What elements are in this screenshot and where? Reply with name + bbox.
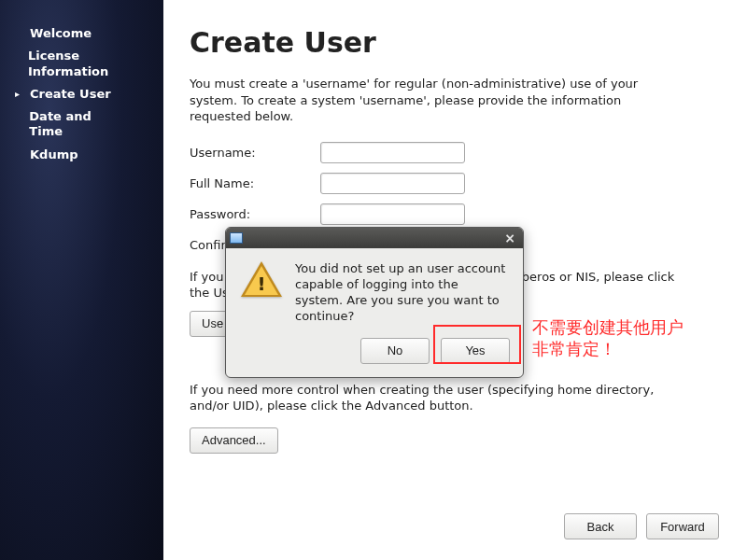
step-marker-active: ▸ — [15, 89, 26, 101]
row-password: Password: — [190, 203, 719, 225]
button-label: Advanced... — [202, 433, 266, 447]
sidebar-item-label: License Information — [28, 49, 142, 79]
annotation-line: 非常肯定！ — [532, 339, 684, 360]
button-label: No — [388, 343, 403, 357]
password-input[interactable] — [320, 203, 465, 225]
wizard-sidebar: Welcome License Information ▸ Create Use… — [0, 0, 163, 560]
nav-buttons: Back Forward — [564, 513, 719, 539]
sidebar-item-date-time[interactable]: Date and Time — [30, 109, 123, 140]
button-label: Forward — [660, 520, 705, 534]
intro-text: You must create a 'username' for regular… — [190, 76, 675, 125]
warning-icon: ! — [241, 261, 282, 299]
fullname-input[interactable] — [320, 173, 465, 194]
close-icon[interactable]: × — [502, 231, 517, 245]
sidebar-item-label: Kdump — [30, 147, 78, 162]
no-button[interactable]: No — [360, 338, 430, 364]
window-icon — [230, 232, 243, 244]
sidebar-item-kdump[interactable]: Kdump — [30, 147, 163, 162]
username-label: Username: — [190, 146, 320, 160]
password-label: Password: — [190, 207, 320, 221]
button-label: Back — [587, 520, 614, 534]
row-username: Username: — [190, 142, 719, 163]
annotation-line: 不需要创建其他用户 — [532, 317, 684, 339]
sidebar-item-label: Create User — [30, 87, 111, 102]
sidebar-item-welcome[interactable]: Welcome — [30, 26, 163, 41]
page-title: Create User — [190, 26, 719, 59]
advanced-button[interactable]: Advanced... — [190, 427, 278, 454]
username-input[interactable] — [320, 142, 465, 163]
dialog-buttons: No Yes — [226, 332, 523, 377]
button-label: Yes — [465, 343, 485, 357]
fullname-label: Full Name: — [190, 176, 320, 190]
back-button[interactable]: Back — [564, 513, 637, 539]
sidebar-item-license[interactable]: License Information — [30, 49, 142, 79]
dialog-message: You did not set up an user account capab… — [295, 261, 508, 325]
yes-button[interactable]: Yes — [441, 338, 510, 364]
sidebar-item-create-user[interactable]: ▸ Create User — [30, 87, 163, 102]
row-fullname: Full Name: — [190, 173, 719, 194]
dialog-body: ! You did not set up an user account cap… — [226, 248, 523, 332]
confirm-dialog: × ! You did not set up an user account c… — [225, 227, 524, 378]
advanced-text: If you need more control when creating t… — [190, 382, 675, 414]
dialog-titlebar[interactable]: × — [226, 228, 523, 248]
annotation-text: 不需要创建其他用户 非常肯定！ — [532, 317, 684, 361]
forward-button[interactable]: Forward — [646, 513, 719, 539]
sidebar-item-label: Date and Time — [29, 109, 123, 140]
sidebar-item-label: Welcome — [30, 26, 92, 41]
